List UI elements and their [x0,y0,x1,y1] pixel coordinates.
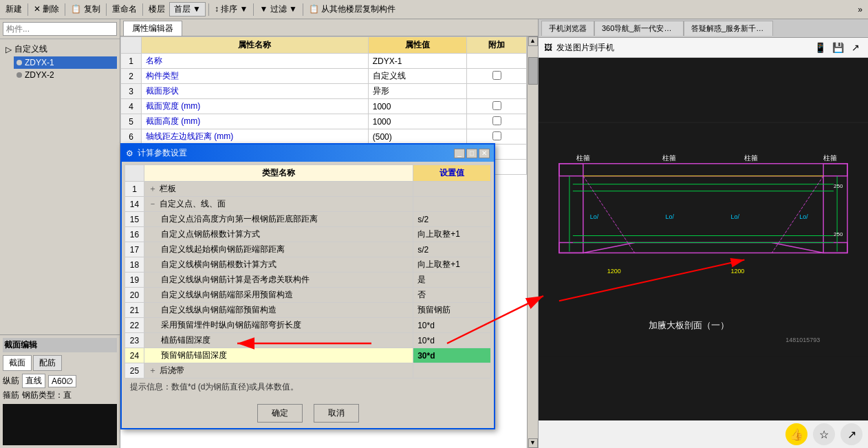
send-save-btn[interactable]: 💾 [831,41,845,54]
calc-row-25: 25 ＋后浇带 [125,363,491,378]
toolbar-divider5 [208,3,209,16]
config-val-a60: A60∅ [48,375,76,387]
svg-text:柱箍: 柱箍 [576,154,590,162]
svg-text:Lo/: Lo/ [666,213,675,220]
toolbar-floor-btn[interactable]: 楼层 [146,2,168,17]
dialog-body: 类型名称 设置值 1 ＋栏板 14 [122,162,494,398]
bottom-bar: 👍 ☆ ↗ [539,420,868,448]
toolbar-divider4 [142,3,143,16]
calc-row-16: 16 自定义点钢筋根数计算方式 向上取整+1 [125,227,491,242]
dialog-close-btn[interactable]: ✕ [479,149,490,158]
tree-item-label: ZDYX-1 [25,58,54,67]
toolbar-copy-floor-btn[interactable]: 📋 从其他楼层复制构件 [306,2,398,17]
calc-row-17: 17 自定义线起始横向钢筋距端部距离 s/2 [125,242,491,257]
toolbar-delete-btn[interactable]: ✕ 删除 [31,2,62,17]
toolbar-copy-btn[interactable]: 📋 复制 [68,2,102,17]
dialog-maximize-btn[interactable]: □ [466,149,477,158]
svg-text:250: 250 [834,183,843,189]
svg-text:Lo/: Lo/ [730,213,739,220]
svg-text:1481015793: 1481015793 [785,337,820,343]
table-row: 3 截面形状 异形 [121,84,527,99]
left-panel: ▷ 自定义线 ZDYX-1 ZDYX-2 截面编辑 截面 配筋 纵筋 直线 A6… [0,19,120,448]
calc-table: 类型名称 设置值 1 ＋栏板 14 [124,164,491,378]
browser-tab-360[interactable]: 360导航_新一代安全上网导... [594,21,684,36]
toolbar-sort-btn[interactable]: ↕ 排序 ▼ [212,2,251,17]
table-row: 4 截面宽度 (mm) 1000 [121,99,527,114]
prop-col-val: 属性值 [368,37,466,54]
calc-row-22: 22 采用预留埋件时纵向钢筋端部弯折长度 10*d [125,318,491,333]
toolbar-divider2 [65,3,65,16]
send-photo-icon: 🖼 [544,43,552,52]
tree-item-label2: ZDYX-2 [25,70,54,80]
browser-tab-phone[interactable]: 手机浏览器 [541,21,594,36]
svg-text:250: 250 [834,231,843,237]
expand-icon-1[interactable]: ＋ [149,184,157,193]
svg-text:1200: 1200 [730,268,744,275]
right-panel: 手机浏览器 360导航_新一代安全上网导... 答疑解惑_服务新千线｜问题...… [538,19,868,448]
svg-text:Lo/: Lo/ [590,213,599,220]
tree-item-dot [17,60,22,65]
calc-col-num [125,165,144,182]
send-phone-btn[interactable]: 📱 [813,41,827,54]
bottom-tab-row: 截面 配筋 [3,355,117,371]
expand-icon-14[interactable]: － [149,199,157,209]
calc-col-type: 类型名称 [144,165,413,182]
calc-params-dialog: ⚙ 计算参数设置 _ □ ✕ 类型名称 [120,143,495,429]
calc-row-21: 21 自定义线纵向钢筋端部预留构造 预留钢筋 [125,303,491,318]
svg-text:1200: 1200 [607,268,621,275]
cancel-button[interactable]: 取消 [314,404,359,423]
tree-item-dot2 [17,72,22,78]
svg-text:Lo/: Lo/ [799,213,808,220]
dialog-minimize-btn[interactable]: _ [454,149,465,158]
cad-svg: 柱箍 柱箍 柱箍 柱箍 1200 1200 Lo/ Lo/ Lo/ Lo/ [539,58,868,420]
share-btn[interactable]: ↗ [840,423,862,445]
table-row: 1 名称 ZDYX-1 [121,54,527,69]
search-bar [0,19,120,39]
dialog-icon: ⚙ [126,149,133,158]
dialog-titlebar: ⚙ 计算参数设置 _ □ ✕ [122,145,494,162]
prop-scrollbar[interactable]: ▲ ▼ [527,36,538,448]
toolbar-divider3 [106,3,107,16]
calc-row-15: 15 自定义点沿高度方向第一根钢筋距底部距离 s/2 [125,212,491,227]
toolbar-divider6 [253,3,254,16]
svg-text:加腋大板剖面（一）: 加腋大板剖面（一） [649,320,729,330]
scroll-thumb[interactable] [528,57,538,85]
dialog-title-text: 计算参数设置 [138,147,187,159]
tree-area: ▷ 自定义线 ZDYX-1 ZDYX-2 [0,39,120,334]
config-label-gj: 箍筋 [3,390,19,401]
config-row2: 箍筋 钢筋类型：直 [3,390,117,401]
send-share-btn[interactable]: ↗ [849,41,862,54]
prop-col-add: 附加 [467,37,527,54]
search-input[interactable] [3,22,117,36]
star-btn[interactable]: ☆ [813,423,835,445]
confirm-button[interactable]: 确定 [257,404,303,423]
tree-item-zdyx1[interactable]: ZDYX-1 [14,56,117,69]
config-row1: 纵筋 直线 A60∅ [3,374,117,388]
section-title: 截面编辑 [3,338,117,352]
svg-text:柱箍: 柱箍 [744,154,758,162]
dialog-controls: _ □ ✕ [454,149,490,158]
toolbar-new-btn[interactable]: 新建 [3,2,25,17]
dialog-footer: 确定 取消 [122,398,494,428]
tree-item-zdyx2[interactable]: ZDYX-2 [14,69,117,81]
toolbar-filter-btn[interactable]: ▼ 过滤 ▼ [257,2,299,17]
browser-tab-qa[interactable]: 答疑解惑_服务新千线｜问题... [684,21,773,36]
send-photo-bar: 🖼 发送图片到手机 📱 💾 ↗ [539,38,868,58]
toolbar-rename-btn[interactable]: 重命名 [109,2,140,17]
tree-root-item[interactable]: ▷ 自定义线 [3,42,117,56]
config-val-line: 直线 [22,374,45,388]
calc-row-24: 24 预留钢筋锚固深度 30*d [125,348,491,363]
hint-text: 提示信息：数值*d (d为钢筋直径)或具体数值。 [124,378,491,396]
tab-rebar[interactable]: 配筋 [33,355,62,371]
calc-row-23: 23 植筋锚固深度 10*d [125,333,491,348]
expand-icon-25[interactable]: ＋ [149,365,157,375]
prop-tab-editor[interactable]: 属性编辑器 [123,21,182,36]
config-val-type: 钢筋类型：直 [22,390,72,401]
tab-section[interactable]: 截面 [3,355,32,371]
toolbar-expand-btn[interactable]: » [855,3,865,16]
calc-col-val: 设置值 [413,165,491,182]
dialog-overlay: ⚙ 计算参数设置 _ □ ✕ 类型名称 [120,143,495,429]
calc-row-20: 20 自定义线纵向钢筋端部采用预留构造 否 [125,288,491,303]
toolbar-firstfloor-btn[interactable]: 首层 ▼ [169,2,206,17]
like-btn[interactable]: 👍 [785,423,807,445]
